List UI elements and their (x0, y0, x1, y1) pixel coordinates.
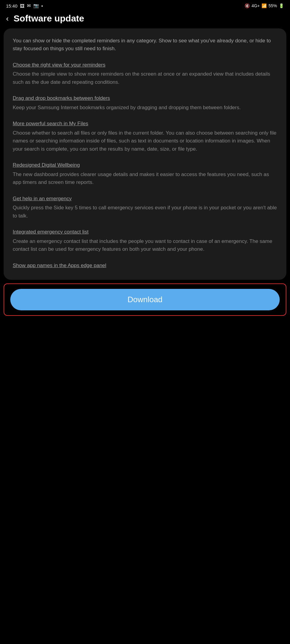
feature-item: More powerful search in My FilesChoose w… (13, 120, 277, 153)
feature-item: Get help in an emergencyQuickly press th… (13, 195, 277, 220)
feature-title: Drag and drop bookmarks between folders (13, 95, 277, 102)
battery-label: 55% (269, 3, 277, 8)
mute-icon: 🔇 (245, 3, 250, 8)
feature-description: Create an emergency contact list that in… (13, 237, 277, 253)
features-list: Choose the right view for your reminders… (13, 61, 277, 269)
feature-item: Integrated emergency contact listCreate … (13, 228, 277, 253)
feature-description: Choose the simple view to show more remi… (13, 70, 277, 86)
feature-item: Show app names in the Apps edge panel (13, 262, 277, 269)
gallery-icon: 🖼 (20, 3, 25, 8)
feature-item: Choose the right view for your reminders… (13, 61, 277, 86)
status-right: 🔇 4G+ 📶 55% 🔋 (245, 3, 284, 8)
page-header: ‹ Software update (0, 10, 290, 28)
status-bar: 15:40 🖼 ✉ 📷 • 🔇 4G+ 📶 55% 🔋 (0, 0, 290, 10)
dot-indicator: • (41, 3, 43, 8)
back-button[interactable]: ‹ (6, 14, 9, 23)
email-icon: ✉ (27, 3, 31, 8)
content-card: You can show or hide the completed remin… (4, 28, 286, 280)
feature-title: Show app names in the Apps edge panel (13, 262, 277, 269)
feature-title: Get help in an emergency (13, 195, 277, 202)
instagram-icon: 📷 (33, 3, 39, 8)
feature-title: Redesigned Digital Wellbeing (13, 162, 277, 169)
signal-icon: 📶 (262, 3, 267, 8)
feature-title: Integrated emergency contact list (13, 228, 277, 236)
feature-description: The new dashboard provides clearer usage… (13, 171, 277, 187)
feature-item: Drag and drop bookmarks between foldersK… (13, 95, 277, 112)
feature-description: Keep your Samsung Internet bookmarks org… (13, 104, 277, 112)
feature-description: Choose whether to search all files or on… (13, 129, 277, 153)
time-display: 15:40 (6, 3, 18, 8)
status-left: 15:40 🖼 ✉ 📷 • (6, 3, 43, 8)
download-section: Download (4, 283, 286, 316)
feature-description: Quickly press the Side key 5 times to ca… (13, 204, 277, 220)
intro-text: You can show or hide the completed remin… (13, 37, 277, 53)
network-label: 4G+ (252, 3, 260, 8)
feature-item: Redesigned Digital WellbeingThe new dash… (13, 162, 277, 186)
feature-title: Choose the right view for your reminders (13, 61, 277, 69)
battery-icon: 🔋 (279, 3, 284, 8)
feature-title: More powerful search in My Files (13, 120, 277, 127)
download-button[interactable]: Download (10, 289, 280, 310)
page-title: Software update (14, 13, 84, 24)
